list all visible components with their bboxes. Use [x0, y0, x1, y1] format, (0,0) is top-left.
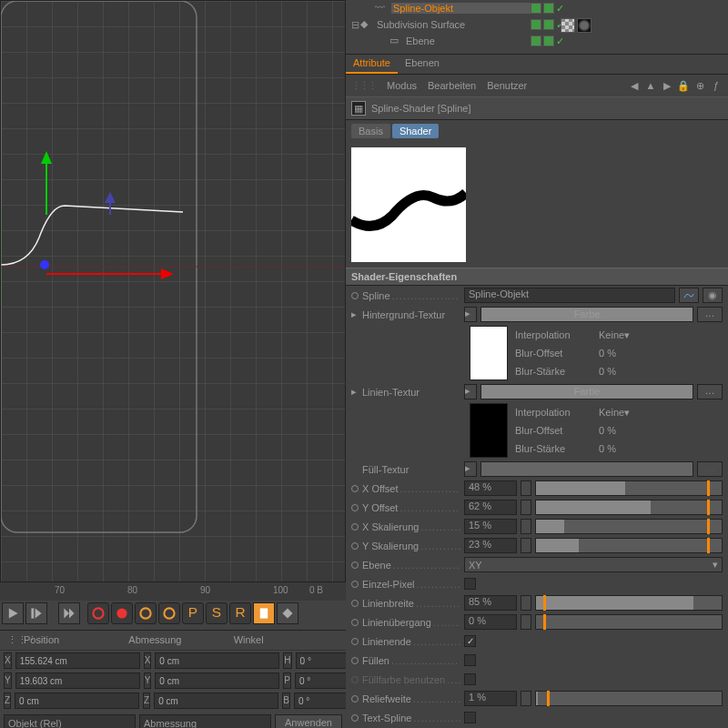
anim-ring-icon[interactable] — [351, 619, 359, 626]
axis-x-arrow[interactable] — [46, 265, 174, 283]
text_spline-checkbox[interactable] — [464, 712, 476, 723]
dimension-input[interactable] — [155, 652, 279, 669]
linienuebergang-input[interactable]: 0 % — [464, 614, 517, 630]
viewport-3d[interactable] — [0, 0, 346, 582]
object-row[interactable]: ⊟◆Subdivision Surface✓ — [346, 16, 728, 33]
vis-render-toggle[interactable] — [543, 35, 554, 46]
ff-button[interactable] — [58, 602, 80, 624]
dimension-input[interactable] — [154, 693, 278, 709]
vis-render-toggle[interactable] — [543, 3, 554, 14]
anim-ring-icon[interactable] — [351, 504, 359, 511]
linien-textur-bar[interactable]: Farbe — [480, 384, 693, 399]
anim-ring-icon[interactable] — [351, 676, 359, 683]
hg-textur-bar[interactable]: Farbe — [480, 307, 693, 322]
keyframe-button[interactable] — [277, 602, 298, 624]
tab-attribute[interactable]: Attribute — [346, 55, 398, 74]
spline-link-field[interactable]: Spline-Objekt — [464, 288, 675, 303]
vis-editor-toggle[interactable] — [531, 19, 541, 30]
key-pos-button[interactable]: P — [182, 602, 204, 624]
vis-editor-toggle[interactable] — [531, 35, 541, 46]
y_offset-slider[interactable] — [535, 500, 723, 515]
autokey-button[interactable] — [111, 602, 133, 624]
tex-menu-button[interactable]: ▸ — [464, 461, 477, 477]
anim-ring-icon[interactable] — [351, 714, 359, 722]
spinner[interactable] — [521, 538, 531, 553]
linien-textur-browse[interactable]: … — [697, 384, 723, 399]
key-all-button[interactable] — [135, 602, 157, 624]
nav-back-icon[interactable]: ◀ — [628, 79, 641, 92]
key-rot-button[interactable]: R — [229, 602, 251, 624]
vis-editor-toggle[interactable] — [531, 3, 541, 14]
tex-menu-button[interactable]: ▸ — [464, 384, 477, 399]
expand-icon[interactable]: ⊟ — [351, 19, 360, 31]
spline-icon-button[interactable] — [679, 288, 699, 303]
axis-y-arrow[interactable] — [37, 151, 56, 215]
hg-swatch[interactable] — [470, 326, 508, 380]
x_skal-slider[interactable] — [535, 519, 723, 534]
spline-pick-button[interactable]: ◉ — [703, 288, 723, 303]
spinner[interactable] — [521, 691, 531, 706]
x_skal-input[interactable]: 15 % — [464, 519, 517, 534]
object-manager[interactable]: 〰Spline-Objekt✓⊟◆Subdivision Surface✓▭Eb… — [346, 0, 728, 55]
expand-icon[interactable]: ▸ — [351, 386, 359, 398]
anim-ring-icon[interactable] — [351, 600, 359, 607]
anim-ring-icon[interactable] — [351, 523, 359, 531]
tab-basis[interactable]: Basis — [351, 124, 390, 138]
nav-fwd-icon[interactable]: ▶ — [661, 79, 673, 92]
timeline-ruler[interactable]: 70 80 90 100 0 B — [0, 582, 346, 601]
x_offset-slider[interactable] — [535, 480, 723, 496]
hg-blur-offset-input[interactable]: 0 % — [599, 348, 616, 359]
tag-icon[interactable] — [561, 18, 575, 33]
lt-interpolation-select[interactable]: Keine▾ — [599, 407, 723, 419]
object-row[interactable]: ▭Ebene✓ — [346, 33, 728, 49]
new-icon[interactable]: ⊕ — [693, 79, 706, 92]
linienuebergang-slider[interactable] — [535, 614, 723, 630]
hg-interpolation-select[interactable]: Keine▾ — [599, 329, 723, 341]
vis-render-toggle[interactable] — [543, 19, 554, 30]
axis-z-arrow[interactable] — [92, 192, 128, 219]
coord-dim-select[interactable]: Abmessung — [139, 714, 271, 728]
x_offset-input[interactable]: 48 % — [464, 480, 517, 496]
anim-ring-icon[interactable] — [351, 292, 359, 299]
dimension-input[interactable] — [155, 672, 279, 689]
axis-origin[interactable] — [35, 256, 54, 274]
ebene-select[interactable]: XY▾ — [464, 557, 723, 572]
reliefweite-slider[interactable] — [535, 691, 723, 706]
anim-ring-icon[interactable] — [351, 638, 359, 645]
lt-blur-staerke-input[interactable]: 0 % — [599, 443, 616, 454]
expand-icon[interactable]: ▸ — [351, 308, 359, 320]
spinner[interactable] — [521, 480, 531, 496]
coord-mode-select[interactable]: Objekt (Rel) — [4, 714, 136, 728]
hg-textur-browse[interactable]: … — [697, 307, 723, 322]
spinner[interactable] — [521, 595, 531, 611]
material-tag-icon[interactable] — [577, 18, 592, 33]
menu-bearbeiten[interactable]: Bearbeiten — [428, 80, 476, 91]
anim-ring-icon[interactable] — [351, 561, 359, 569]
tab-ebenen[interactable]: Ebenen — [398, 55, 447, 74]
shader-preview[interactable] — [351, 147, 466, 262]
record-button[interactable] — [87, 602, 109, 624]
enable-check-icon[interactable]: ✓ — [556, 3, 564, 15]
object-row[interactable]: 〰Spline-Objekt✓ — [346, 0, 728, 16]
linien-swatch[interactable] — [470, 403, 508, 458]
func-icon[interactable]: ƒ — [710, 79, 723, 92]
spinner[interactable] — [521, 500, 531, 515]
anim-mode-button[interactable] — [253, 602, 275, 624]
linienbreite-input[interactable]: 85 % — [464, 595, 517, 611]
position-input[interactable] — [15, 693, 139, 709]
position-input[interactable] — [15, 652, 140, 669]
anim-ring-icon[interactable] — [351, 542, 359, 550]
einzel_pixel-checkbox[interactable] — [464, 578, 476, 590]
reliefweite-input[interactable]: 1 % — [464, 691, 517, 706]
nav-up-icon[interactable]: ▲ — [644, 79, 657, 92]
spinner[interactable] — [521, 614, 531, 630]
key-scale-button[interactable]: S — [206, 602, 228, 624]
play-button[interactable] — [2, 602, 24, 624]
key-sel-button[interactable] — [158, 602, 180, 624]
anim-ring-icon[interactable] — [351, 581, 359, 588]
tex-menu-button[interactable]: ▸ — [464, 307, 477, 322]
tab-shader[interactable]: Shader — [392, 124, 439, 138]
anim-ring-icon[interactable] — [351, 485, 359, 492]
menu-benutzer[interactable]: Benutzer — [487, 80, 527, 91]
y_offset-input[interactable]: 62 % — [464, 500, 517, 515]
